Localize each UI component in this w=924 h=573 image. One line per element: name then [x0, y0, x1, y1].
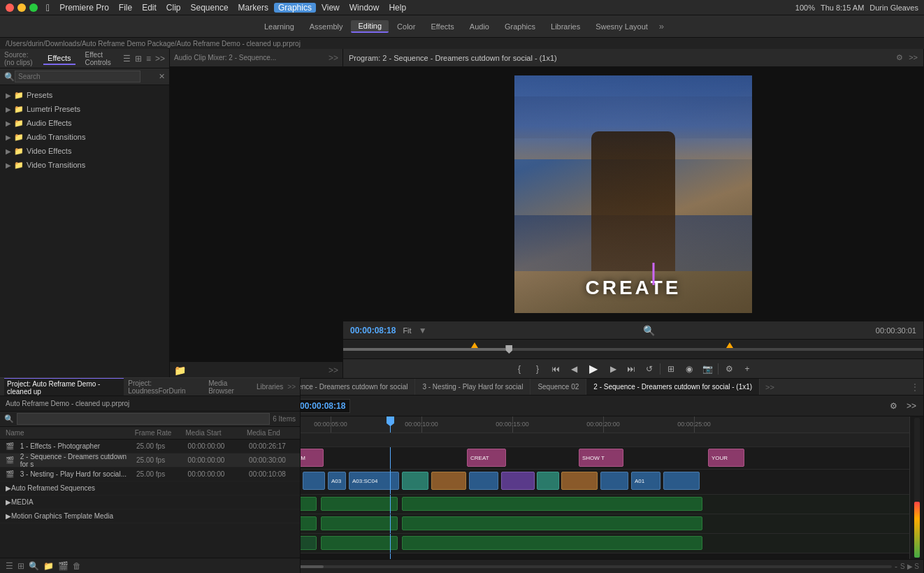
button-editor[interactable]: +	[739, 361, 755, 377]
program-scrubber[interactable]	[343, 339, 923, 358]
timeline-tab-seq02[interactable]: Sequence 02	[530, 379, 586, 395]
group-media[interactable]: ▶ MEDIA	[0, 495, 300, 509]
workspace-learning[interactable]: Learning	[257, 21, 301, 32]
minimize-button[interactable]	[17, 3, 26, 12]
program-expand-icon[interactable]: >>	[909, 53, 918, 62]
workspace-swesny[interactable]: Swesny Layout	[589, 21, 655, 32]
menu-markers[interactable]: Markers	[234, 3, 273, 13]
source-panel-expand[interactable]: >>	[329, 53, 338, 63]
panel-list-icon[interactable]: ≡	[146, 54, 151, 64]
track-content[interactable]: -:00 00:00:05:00 00:00:10:00 00:00:15:00…	[261, 416, 909, 559]
project-list-icon[interactable]: ☰	[6, 561, 13, 571]
tree-item-video-transitions[interactable]: ▶ 📁 Video Transitions	[0, 158, 169, 172]
tree-item-lumetri[interactable]: ▶ 📁 Lumetri Presets	[0, 102, 169, 116]
project-trash-icon[interactable]: 🗑	[73, 561, 81, 571]
fullscreen-button[interactable]	[29, 3, 38, 12]
settings-icon[interactable]: ⚙	[886, 398, 901, 414]
project-tab-media-browser[interactable]: Media Browser	[205, 378, 252, 396]
clip-your[interactable]: YOUR	[708, 449, 744, 467]
tab-effects[interactable]: Effects	[43, 52, 75, 65]
apple-menu[interactable]: 	[46, 2, 50, 13]
tree-item-audio-transitions[interactable]: ▶ 📁 Audio Transitions	[0, 130, 169, 144]
settings-icon[interactable]: ⚙	[896, 53, 903, 62]
loop-button[interactable]: ↺	[642, 361, 657, 377]
export-frame-button[interactable]: 📷	[700, 361, 715, 377]
v1-clip-orange2[interactable]	[561, 472, 598, 490]
mark-in-button[interactable]: {	[512, 361, 527, 377]
project-tab-main[interactable]: Project: Auto Reframe Demo - cleaned up	[4, 378, 124, 396]
source-expand-icon[interactable]: >>	[329, 365, 338, 375]
tree-item-audio-effects[interactable]: ▶ 📁 Audio Effects	[0, 116, 169, 130]
tree-item-video-effects[interactable]: ▶ 📁 Video Effects	[0, 144, 169, 158]
a2-clip-2[interactable]	[321, 516, 398, 530]
v1-clip-teal2[interactable]	[402, 472, 428, 490]
workspace-assembly[interactable]: Assembly	[303, 21, 350, 32]
menu-clip[interactable]: Clip	[162, 3, 185, 13]
effects-search-clear[interactable]: ✕	[159, 72, 165, 81]
file-item-3[interactable]: 🎬 3 - Nesting - Play Hard for social... …	[0, 467, 300, 481]
step-back-button[interactable]: ◀	[566, 361, 582, 377]
settings-button[interactable]: ⚙	[721, 361, 737, 377]
program-fit-select[interactable]: Fit	[403, 326, 411, 335]
project-find-icon[interactable]: 🔍	[29, 561, 39, 571]
menu-window[interactable]: Window	[345, 3, 384, 13]
v1-clip-blue5[interactable]	[663, 472, 700, 490]
play-button[interactable]: ▶	[584, 360, 602, 378]
close-button[interactable]	[6, 3, 14, 12]
fit-dropdown-icon[interactable]: ▼	[419, 326, 427, 335]
mark-out-button[interactable]: }	[530, 361, 545, 377]
panel-expand-icon[interactable]: >>	[155, 54, 165, 64]
project-new-bin-icon[interactable]: 📁	[43, 561, 54, 571]
a2-clip-3[interactable]	[402, 516, 702, 530]
v1-clip-blue4[interactable]	[600, 472, 628, 490]
workspace-graphics[interactable]: Graphics	[498, 21, 542, 32]
menu-sequence[interactable]: Sequence	[187, 3, 233, 13]
v1-clip-teal3[interactable]	[537, 472, 559, 490]
zoom-out-icon[interactable]: -	[895, 562, 897, 572]
workspace-editing[interactable]: Editing	[351, 20, 389, 33]
timeline-tab-main[interactable]: 2 - Sequence - Dreamers cutdown for soci…	[586, 379, 760, 395]
tree-item-presets[interactable]: ▶ 📁 Presets	[0, 88, 169, 102]
a1-clip-2[interactable]	[321, 497, 398, 511]
v1-clip-a01[interactable]: A01	[631, 472, 660, 490]
project-grid-icon[interactable]: ⊞	[17, 561, 24, 571]
project-tab-libraries[interactable]: Libraries	[254, 382, 286, 392]
source-add-folder-icon[interactable]: 📁	[174, 365, 186, 376]
v1-clip-blue3[interactable]	[469, 472, 498, 490]
a3-clip-3[interactable]	[402, 536, 702, 550]
output-button[interactable]: ◉	[681, 361, 697, 377]
step-forward-button[interactable]: ▶	[605, 361, 621, 377]
zoom-icon[interactable]: 🔍	[643, 325, 655, 336]
workspace-libraries[interactable]: Libraries	[544, 21, 587, 32]
panel-menu-icon[interactable]: ☰	[123, 54, 131, 64]
file-item-1[interactable]: 🎬 1 - Effects - Photographer 25.00 fps 0…	[0, 440, 300, 454]
timeline-tab-more[interactable]: >>	[760, 382, 780, 393]
clip-creat[interactable]: CREAT	[467, 449, 506, 467]
scrubber-playhead[interactable]	[505, 345, 512, 354]
v1-clip-purple1[interactable]	[501, 472, 535, 490]
clip-show-t[interactable]: SHOW T	[579, 449, 623, 467]
timeline-settings-icon[interactable]: ⋮	[907, 382, 923, 392]
go-to-out-button[interactable]: ⏭	[623, 361, 639, 377]
go-to-in-button[interactable]: ⏮	[548, 361, 563, 377]
menu-premiere-pro[interactable]: Premiere Pro	[55, 3, 113, 13]
project-search-input[interactable]	[17, 413, 270, 425]
v1-clip-2[interactable]	[303, 472, 325, 490]
file-item-2[interactable]: 🎬 2 - Sequence - Dreamers cutdown for s …	[0, 454, 300, 467]
workspace-effects[interactable]: Effects	[424, 21, 461, 32]
menu-help[interactable]: Help	[384, 3, 410, 13]
workspace-color[interactable]: Color	[390, 21, 422, 32]
v1-clip-orange1[interactable]	[431, 472, 466, 490]
group-auto-reframed[interactable]: ▶ Auto Reframed Sequences	[0, 481, 300, 495]
project-tab-loudness[interactable]: Project: LoudnessForDurin	[125, 378, 204, 396]
expand-icon[interactable]: >>	[904, 398, 919, 414]
a1-clip-3[interactable]	[402, 497, 702, 511]
workspace-audio[interactable]: Audio	[463, 21, 496, 32]
project-panel-expand[interactable]: >>	[287, 383, 296, 391]
menu-graphics[interactable]: Graphics	[274, 3, 316, 13]
menu-edit[interactable]: Edit	[138, 3, 161, 13]
v1-clip-a03[interactable]: A03	[328, 472, 346, 490]
a3-clip-2[interactable]	[321, 536, 398, 550]
timeline-tab-3[interactable]: 3 - Nesting - Play Hard for social	[415, 379, 530, 395]
menu-file[interactable]: File	[115, 3, 136, 13]
